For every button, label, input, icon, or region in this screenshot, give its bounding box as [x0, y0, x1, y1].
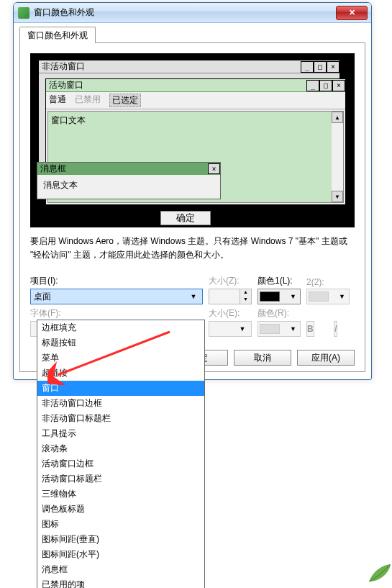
- color2-swatch: [309, 291, 329, 302]
- close-button[interactable]: ✕: [336, 6, 368, 20]
- tab-strip: 窗口颜色和外观: [19, 26, 365, 43]
- preview-msgbox-title: 消息框: [40, 163, 66, 175]
- label-color2: 2(2):: [306, 277, 350, 287]
- close-icon: ×: [332, 80, 345, 91]
- dropdown-item[interactable]: 标题按钮: [37, 335, 204, 350]
- preview-menu: 普通 已禁用 已选定: [46, 92, 345, 109]
- close-icon: ×: [327, 61, 339, 73]
- preview-inactive-title: 非活动窗口: [42, 60, 85, 73]
- preview-active-titlebar: 活动窗口 _ □ ×: [46, 79, 345, 92]
- preview-pane: 非活动窗口 _ □ × 活动窗口 _ □: [30, 53, 355, 227]
- color-r-swatch: [260, 324, 280, 334]
- size-z-input[interactable]: ▲▼: [209, 289, 252, 304]
- preview-msgbox-titlebar: 消息框 ×: [37, 163, 220, 175]
- color1-button[interactable]: ▼: [257, 289, 301, 304]
- tab-label: 窗口颜色和外观: [27, 30, 88, 40]
- preview-menu-disabled: 已禁用: [75, 94, 101, 107]
- preview-active-buttons: _ □ ×: [306, 80, 345, 91]
- size-e-combo: ▼: [209, 321, 252, 337]
- dropdown-item[interactable]: 边框填充: [37, 320, 204, 335]
- bold-button: B: [306, 321, 314, 337]
- app-icon: [18, 7, 29, 19]
- preview-inactive-titlebar: 非活动窗口 _ □ ×: [39, 60, 339, 73]
- chevron-down-icon: ▼: [237, 325, 248, 333]
- dropdown-item[interactable]: 图标间距(垂直): [37, 532, 204, 547]
- chevron-down-icon: ▼: [288, 293, 298, 300]
- color-r-button: ▼: [257, 321, 301, 337]
- chevron-down-icon: ▼: [188, 293, 199, 300]
- preview-active-title: 活动窗口: [49, 79, 83, 91]
- info-text: 要启用 Windows Aero，请选择 Windows 主题。只有选择 Win…: [30, 235, 355, 262]
- dropdown-item[interactable]: 滚动条: [37, 441, 204, 456]
- scroll-down-icon: ▼: [332, 191, 343, 202]
- spin-up-icon[interactable]: ▲: [240, 289, 251, 297]
- preview-window-text: 窗口文本: [51, 115, 86, 125]
- chevron-down-icon: ▼: [337, 293, 347, 300]
- item-combo-value: 桌面: [34, 291, 51, 303]
- item-row: 项目(I): 桌面 ▼ 大小(Z): ▲▼ 颜色1(L):: [30, 275, 355, 304]
- item-combo[interactable]: 桌面 ▼: [30, 289, 203, 304]
- minimize-icon: _: [306, 80, 319, 91]
- dropdown-item[interactable]: 消息框: [37, 562, 204, 577]
- titlebar[interactable]: 窗口颜色和外观 ✕: [14, 3, 371, 23]
- label-size-e: 大小(E):: [209, 307, 252, 320]
- dropdown-item[interactable]: 工具提示: [37, 426, 204, 441]
- chevron-down-icon: ▼: [288, 325, 298, 333]
- dropdown-item[interactable]: 非活动窗口边框: [37, 396, 204, 411]
- tab-appearance[interactable]: 窗口颜色和外观: [19, 27, 96, 43]
- dropdown-item[interactable]: 活动窗口标题栏: [37, 471, 204, 487]
- dropdown-item[interactable]: 三维物体: [37, 487, 204, 502]
- preview-ok-button: 确定: [160, 211, 211, 225]
- apply-button[interactable]: 应用(A): [297, 350, 355, 366]
- dropdown-item[interactable]: 已禁用的项: [37, 577, 204, 588]
- dropdown-item[interactable]: 菜单: [37, 350, 204, 366]
- label-color1: 颜色1(L):: [257, 275, 301, 287]
- preview-menu-selected: 已选定: [109, 94, 141, 107]
- close-icon: ✕: [349, 8, 355, 17]
- preview-scrollbar: ▲ ▼: [332, 112, 343, 202]
- preview-messagebox: 消息框 × 消息文本: [37, 162, 221, 199]
- preview-inactive-buttons: _ □ ×: [301, 61, 339, 73]
- maximize-icon: □: [319, 80, 332, 91]
- label-size-z: 大小(Z):: [209, 275, 252, 287]
- item-dropdown-list[interactable]: 边框填充标题按钮菜单超链接窗口非活动窗口边框非活动窗口标题栏工具提示滚动条活动窗…: [37, 320, 205, 588]
- color1-swatch: [260, 291, 280, 302]
- label-font: 字体(F):: [30, 307, 203, 320]
- preview-menu-normal: 普通: [49, 94, 66, 107]
- cancel-button[interactable]: 取消: [234, 350, 291, 366]
- close-icon: ×: [208, 163, 220, 174]
- dropdown-item[interactable]: 窗口: [37, 381, 204, 396]
- scroll-up-icon: ▲: [332, 112, 343, 123]
- dropdown-item[interactable]: 调色板标题: [37, 502, 204, 517]
- dropdown-item[interactable]: 活动窗口边框: [37, 456, 204, 471]
- preview-msgbox-text: 消息文本: [43, 180, 78, 190]
- dropdown-item[interactable]: 图标: [37, 517, 204, 532]
- window-title: 窗口颜色和外观: [34, 6, 336, 19]
- preview-msgbox-body: 消息文本: [37, 175, 220, 199]
- dropdown-item[interactable]: 超链接: [37, 366, 204, 381]
- color2-button: ▼: [306, 289, 350, 304]
- minimize-icon: _: [301, 61, 314, 73]
- italic-button: I: [334, 321, 337, 337]
- maximize-icon: □: [314, 61, 327, 73]
- label-color-r: 颜色(R):: [257, 307, 301, 320]
- spin-down-icon[interactable]: ▼: [240, 297, 251, 304]
- dropdown-item[interactable]: 非活动窗口标题栏: [37, 411, 204, 426]
- watermark-leaf-icon: [368, 563, 392, 588]
- label-item: 项目(I):: [30, 275, 203, 287]
- dropdown-item[interactable]: 图标间距(水平): [37, 547, 204, 562]
